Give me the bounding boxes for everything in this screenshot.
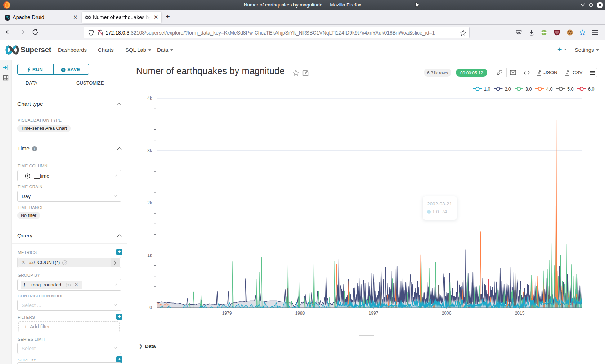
svg-text:1k: 1k [147, 253, 152, 258]
svg-text:0: 0 [149, 305, 152, 310]
svg-text:1979: 1979 [222, 311, 232, 316]
svg-text:4.0: 4.0 [546, 87, 552, 92]
svg-text:4k: 4k [147, 96, 152, 101]
svg-text:2006: 2006 [442, 311, 452, 316]
svg-text:1997: 1997 [369, 311, 378, 316]
svg-text:5.0: 5.0 [567, 87, 573, 92]
svg-text:6.0: 6.0 [588, 87, 594, 92]
svg-text:1988: 1988 [295, 311, 305, 316]
svg-text:2015: 2015 [515, 311, 525, 316]
svg-text:2k: 2k [147, 200, 152, 205]
svg-text:3.0: 3.0 [525, 87, 532, 92]
svg-text:3k: 3k [147, 148, 152, 153]
svg-text:2.0: 2.0 [505, 87, 511, 92]
svg-text:1.0: 1.0 [484, 87, 490, 92]
